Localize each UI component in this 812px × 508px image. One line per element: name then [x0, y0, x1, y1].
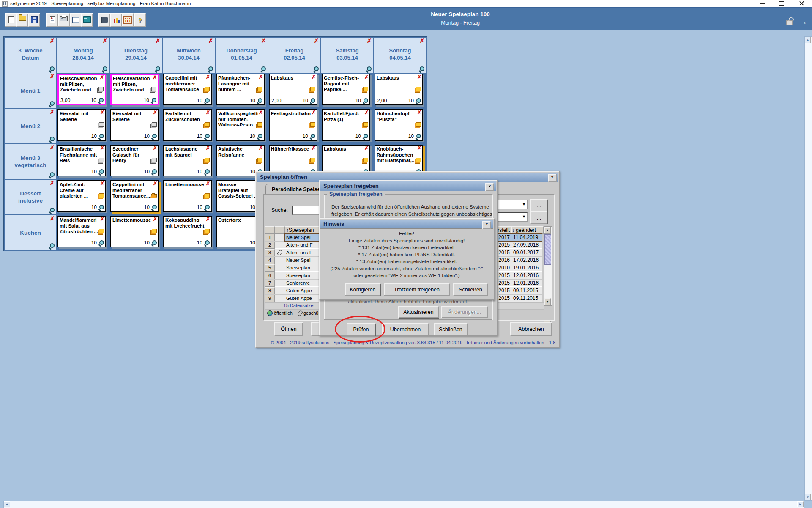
maximize-button[interactable]: [775, 0, 788, 7]
recipe-book-button[interactable]: [98, 13, 110, 27]
pages-icon[interactable]: [257, 122, 262, 127]
pages-icon[interactable]: [205, 87, 210, 91]
menu-card[interactable]: Szegediner Gulasch für Henry✗10: [110, 145, 159, 176]
delete-icon[interactable]: ✗: [153, 110, 157, 115]
magnifier-icon[interactable]: [98, 98, 104, 103]
menu-card[interactable]: Lachslasagne mit Spargel✗10: [163, 145, 212, 176]
scroll-down-button[interactable]: ▼: [805, 494, 811, 500]
release-anyway-button[interactable]: Trotzdem freigeben: [384, 283, 450, 296]
menu-card[interactable]: Eiersalat mit Sellerie✗10: [57, 109, 106, 141]
day-header-dienstag[interactable]: ✗Dienstag29.04.14: [110, 38, 162, 73]
menu-card[interactable]: Fleischvariation mit Pilzen, Zwiebeln un…: [110, 74, 159, 105]
menu-card[interactable]: Apfel-Zimt-Creme auf glasierten ...✗10: [57, 180, 106, 212]
pages-gray-icon[interactable]: [98, 87, 104, 91]
filter-browse-button-2[interactable]: ...: [530, 211, 547, 224]
pages-gray-icon[interactable]: [152, 122, 157, 127]
magnifier-icon[interactable]: [204, 205, 210, 210]
magnifier-icon[interactable]: [419, 66, 424, 72]
delete-icon[interactable]: ✗: [261, 38, 266, 44]
hint-dialog-close-button[interactable]: x: [482, 221, 491, 229]
magnifier-icon[interactable]: [151, 205, 157, 210]
delete-icon[interactable]: ✗: [259, 110, 263, 115]
delete-icon[interactable]: ✗: [100, 217, 104, 222]
magnifier-icon[interactable]: [155, 66, 160, 72]
open-dialog-close-button[interactable]: x: [548, 174, 557, 182]
menu-card[interactable]: Brasilianische Fischpfanne mit Reis✗10: [57, 145, 106, 176]
pages-gray-icon[interactable]: [99, 158, 104, 162]
delete-icon[interactable]: ✗: [364, 146, 369, 151]
delete-icon[interactable]: ✗: [314, 38, 319, 44]
magnifier-icon[interactable]: [49, 172, 55, 178]
pages-gray-icon[interactable]: [152, 158, 157, 162]
delete-icon[interactable]: ✗: [312, 110, 316, 115]
pages-icon[interactable]: [363, 158, 368, 162]
day-header-donnerstag[interactable]: ✗Donnerstag01.05.14: [216, 38, 268, 73]
menu-card[interactable]: Limettenmousse✗10: [163, 180, 212, 212]
scrollbar-thumb[interactable]: [544, 234, 551, 265]
menu-card[interactable]: Labskaus✗2,0010: [375, 74, 423, 105]
unlock-icon[interactable]: [786, 20, 793, 25]
pages-icon[interactable]: [310, 87, 315, 91]
cancel-button[interactable]: Abbrechen: [510, 322, 552, 336]
pages-icon[interactable]: [416, 122, 421, 127]
delete-icon[interactable]: ✗: [206, 217, 210, 222]
delete-icon[interactable]: ✗: [420, 38, 424, 44]
delete-icon[interactable]: ✗: [208, 38, 213, 44]
menu-card[interactable]: Eiersalat mit Sellerie✗10: [110, 109, 159, 141]
scroll-right-button[interactable]: ►: [797, 501, 804, 507]
pages-icon[interactable]: [205, 193, 210, 198]
menu-card[interactable]: Pfannkuchen-Lasangne mit buntem ...✗10: [216, 74, 265, 105]
magnifier-icon[interactable]: [49, 243, 55, 249]
magnifier-icon[interactable]: [102, 66, 107, 72]
scroll-up-button[interactable]: ▲: [805, 37, 811, 43]
list-header-icon[interactable]: [275, 226, 285, 234]
day-header-montag[interactable]: ✗Montag28.04.14: [57, 38, 109, 73]
magnifier-icon[interactable]: [257, 98, 262, 104]
pages-icon[interactable]: [363, 122, 368, 127]
minimize-button[interactable]: [756, 0, 768, 7]
hint-close-button[interactable]: Schließen: [453, 283, 488, 296]
magnifier-icon[interactable]: [204, 134, 210, 139]
vertical-scrollbar[interactable]: ▲ ▼: [804, 36, 812, 501]
pages-icon[interactable]: [310, 158, 315, 162]
delete-icon[interactable]: ✗: [259, 146, 263, 151]
delete-icon[interactable]: ✗: [153, 146, 157, 151]
pages-icon[interactable]: [416, 158, 421, 162]
pages-icon[interactable]: [416, 87, 421, 91]
menu-card[interactable]: Cappellini mit mediterraner Tomatensauce…: [163, 74, 212, 105]
pages-icon[interactable]: [205, 122, 210, 127]
delete-icon[interactable]: ✗: [100, 110, 104, 115]
help-button[interactable]: ?: [134, 13, 146, 27]
calculation-button[interactable]: [122, 13, 134, 27]
update-button[interactable]: Aktualisieren: [398, 306, 439, 318]
menu-card[interactable]: Fleischvariation mit Pilzen, Zwiebeln un…: [57, 74, 106, 105]
pages-gray-icon[interactable]: [151, 87, 156, 91]
magnifier-icon[interactable]: [257, 134, 262, 139]
delete-icon[interactable]: ✗: [417, 75, 421, 80]
delete-icon[interactable]: ✗: [367, 38, 372, 44]
folder-icon[interactable]: [151, 193, 157, 198]
report-button[interactable]: [46, 13, 58, 27]
magnifier-icon[interactable]: [151, 134, 157, 139]
release-dialog-titlebar[interactable]: Speiseplan freigeben: [320, 181, 496, 191]
magnifier-icon[interactable]: [98, 169, 104, 175]
delete-icon[interactable]: ✗: [364, 110, 369, 115]
scroll-down-button[interactable]: ▼: [544, 298, 551, 305]
menu-card[interactable]: Hühnchentopf "Puszta"✗10: [375, 109, 423, 141]
magnifier-icon[interactable]: [98, 134, 104, 139]
delete-icon[interactable]: ✗: [50, 110, 55, 115]
magnifier-icon[interactable]: [310, 98, 315, 104]
magnifier-icon[interactable]: [363, 134, 368, 139]
magnifier-icon[interactable]: [49, 208, 55, 213]
delete-icon[interactable]: ✗: [417, 146, 421, 151]
day-header-samstag[interactable]: ✗Samstag03.05.14: [321, 38, 373, 73]
menu-card[interactable]: Limettenmousse✗10: [110, 216, 159, 247]
magnifier-icon[interactable]: [366, 66, 372, 72]
delete-icon[interactable]: ✗: [50, 216, 55, 221]
changes-button[interactable]: Änderungen...: [441, 306, 488, 318]
apply-button[interactable]: Übernehmen: [382, 323, 429, 336]
magnifier-icon[interactable]: [313, 66, 319, 72]
magnifier-icon[interactable]: [49, 101, 55, 107]
pages-icon[interactable]: [205, 229, 210, 233]
delete-icon[interactable]: ✗: [364, 75, 369, 80]
